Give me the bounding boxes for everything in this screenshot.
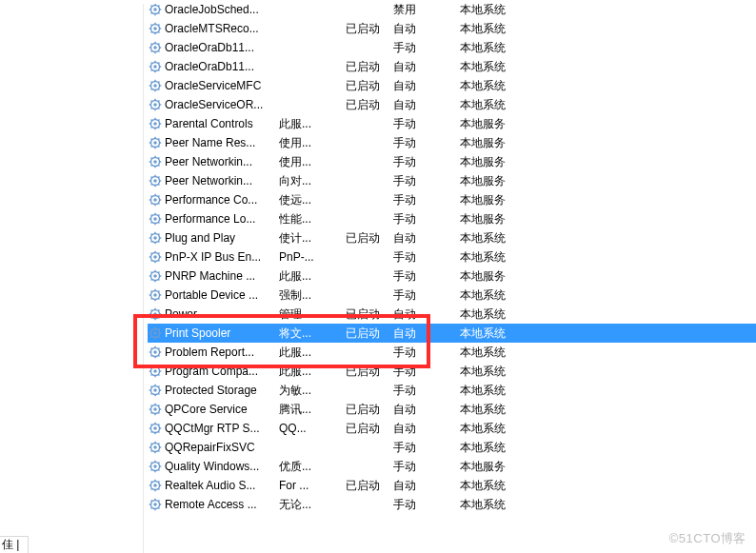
service-logon: 本地系统	[460, 421, 574, 437]
service-startup: 手动	[393, 154, 460, 170]
service-status: 已启动	[346, 478, 393, 494]
service-row[interactable]: OracleServiceOR...已启动自动本地系统	[148, 95, 756, 114]
service-row[interactable]: Remote Access ...无论...手动本地系统	[148, 495, 756, 514]
service-description: PnP-...	[279, 250, 346, 264]
svg-point-81	[153, 160, 157, 164]
service-row[interactable]: Plug and Play使计...已启动自动本地系统	[148, 228, 756, 247]
service-row[interactable]: Program Compa...此服...已启动手动本地系统	[148, 362, 756, 381]
svg-line-46	[151, 82, 152, 83]
service-row[interactable]: PNRP Machine ...此服...手动本地服务	[148, 267, 756, 286]
service-description: 此服...	[279, 364, 346, 380]
service-startup: 手动	[393, 364, 460, 380]
service-logon: 本地系统	[460, 402, 574, 418]
svg-line-118	[151, 222, 152, 223]
svg-line-178	[151, 336, 152, 337]
service-row[interactable]: QPCore Service腾讯...已启动自动本地系统	[148, 400, 756, 419]
svg-line-248	[151, 469, 152, 470]
svg-line-68	[151, 127, 152, 128]
svg-line-177	[158, 336, 159, 337]
service-logon: 本地服务	[460, 116, 574, 132]
gear-icon	[148, 249, 163, 265]
svg-line-89	[158, 158, 159, 159]
service-name: OracleOraDb11...	[165, 41, 279, 54]
svg-line-49	[158, 82, 159, 83]
service-logon: 本地服务	[460, 135, 574, 151]
svg-line-57	[158, 108, 159, 109]
service-description: 此服...	[279, 268, 346, 285]
service-startup: 自动	[393, 97, 460, 113]
svg-line-187	[158, 355, 159, 356]
svg-line-128	[151, 241, 152, 242]
svg-point-71	[153, 141, 157, 145]
service-row[interactable]: Peer Networkin...向对...手动本地服务	[148, 171, 756, 190]
service-name: OracleServiceOR...	[165, 98, 279, 111]
service-logon: 本地服务	[460, 211, 574, 227]
services-list[interactable]: OracleJobSched...禁用本地系统OracleMTSReco...已…	[0, 0, 756, 514]
svg-line-159	[158, 291, 159, 292]
service-logon: 本地系统	[460, 440, 574, 456]
service-status: 已启动	[346, 306, 393, 323]
service-row[interactable]: Print Spooler将文...已启动自动本地系统	[148, 324, 756, 343]
service-startup: 禁用	[393, 2, 460, 18]
gear-icon	[148, 440, 163, 455]
service-row[interactable]: OracleOraDb11...已启动自动本地系统	[148, 57, 756, 76]
service-logon: 本地服务	[460, 154, 574, 170]
svg-line-257	[158, 488, 159, 489]
svg-line-147	[158, 279, 159, 280]
svg-line-229	[158, 425, 159, 425]
service-name: QQRepairFixSVC	[165, 441, 279, 454]
service-name: Performance Co...	[165, 193, 279, 207]
service-startup: 手动	[393, 440, 460, 456]
service-startup: 手动	[393, 211, 460, 227]
svg-line-157	[158, 298, 159, 299]
service-description: 将文...	[279, 326, 346, 342]
service-row[interactable]: Quality Windows...优质...手动本地服务	[148, 457, 756, 476]
service-name: QPCore Service	[165, 403, 279, 416]
service-name: Quality Windows...	[165, 460, 279, 473]
service-description: 管理...	[279, 306, 346, 323]
service-name: Parental Controls	[165, 117, 279, 130]
service-row[interactable]: QQRepairFixSVC手动本地系统	[148, 438, 756, 457]
service-row[interactable]: OracleMTSReco...已启动自动本地系统	[148, 19, 756, 38]
svg-point-11	[153, 27, 157, 30]
svg-line-169	[158, 310, 159, 311]
service-row[interactable]: Problem Report...此服...手动本地系统	[148, 343, 756, 362]
svg-line-107	[158, 203, 159, 204]
service-logon: 本地系统	[460, 230, 574, 247]
svg-line-119	[158, 215, 159, 216]
service-row[interactable]: Parental Controls此服...手动本地服务	[148, 114, 756, 133]
svg-line-127	[158, 241, 159, 242]
service-row[interactable]: OracleServiceMFC已启动自动本地系统	[148, 76, 756, 95]
service-row[interactable]: PnP-X IP Bus En...PnP-...手动本地系统	[148, 247, 756, 267]
gear-icon	[148, 345, 163, 360]
svg-point-161	[153, 312, 157, 316]
service-logon: 本地系统	[460, 326, 574, 342]
service-description: 此服...	[279, 116, 346, 132]
service-row[interactable]: Realtek Audio S...For ...已启动自动本地系统	[148, 476, 756, 495]
gear-icon	[148, 402, 163, 417]
svg-line-156	[151, 291, 152, 292]
service-description: 优质...	[279, 459, 346, 475]
gear-icon	[148, 78, 163, 93]
service-row[interactable]: Peer Name Res...使用...手动本地服务	[148, 133, 756, 152]
service-row[interactable]: OracleOraDb11...手动本地系统	[148, 38, 756, 57]
svg-line-269	[158, 501, 159, 502]
service-row[interactable]: Portable Device ...强制...手动本地系统	[148, 286, 756, 305]
service-logon: 本地系统	[460, 497, 574, 513]
service-row[interactable]: Performance Lo...性能...手动本地服务	[148, 209, 756, 228]
service-row[interactable]: Performance Co...使远...手动本地服务	[148, 190, 756, 209]
svg-line-266	[151, 501, 152, 502]
service-row[interactable]: Protected Storage为敏...手动本地系统	[148, 381, 756, 400]
service-startup: 手动	[393, 287, 460, 304]
gear-icon	[148, 478, 163, 493]
service-logon: 本地服务	[460, 459, 574, 475]
svg-line-98	[151, 184, 152, 185]
service-status: 已启动	[346, 421, 393, 437]
service-row[interactable]: Peer Networkin...使用...手动本地服务	[148, 152, 756, 171]
svg-line-188	[151, 355, 152, 356]
svg-line-39	[158, 63, 159, 64]
svg-line-67	[158, 127, 159, 128]
service-name: Print Spooler	[165, 326, 279, 340]
service-row[interactable]: QQCtMgr RTP S...QQ...已启动自动本地系统	[148, 419, 756, 438]
service-row[interactable]: Power管理...已启动自动本地系统	[148, 305, 756, 324]
